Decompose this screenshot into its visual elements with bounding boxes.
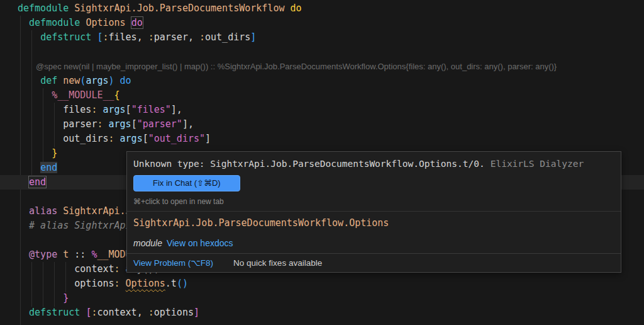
code-token: [18, 176, 29, 188]
code-line[interactable]: defstruct [:files, :parser, :out_dirs]: [0, 30, 644, 45]
code-token: :: [148, 31, 154, 43]
code-token: [18, 220, 29, 231]
code-token: def: [40, 75, 63, 86]
code-line[interactable]: %__MODULE__{: [0, 88, 644, 103]
code-token: .t: [165, 278, 177, 289]
code-token: ],: [171, 104, 182, 115]
code-token: defstruct: [40, 31, 97, 43]
code-token: defmodule: [18, 3, 74, 14]
code-token: args: [103, 104, 125, 115]
code-token: @spec new(nil | maybe_improper_list() | …: [36, 62, 557, 71]
code-line[interactable]: parser: args["parser"],: [0, 117, 644, 132]
code-token: }: [52, 147, 57, 159]
code-token: [18, 162, 40, 173]
code-token: (): [177, 278, 188, 289]
code-line[interactable]: defstruct [:context, :options]: [0, 305, 644, 320]
code-token: do: [290, 3, 301, 14]
code-token: [18, 133, 63, 144]
code-token: [18, 263, 74, 275]
code-token: [18, 104, 63, 115]
code-token: [18, 307, 29, 318]
code-token: :: [91, 104, 103, 115]
code-line[interactable]: out_dirs: args["out_dirs"]: [0, 132, 644, 146]
code-line[interactable]: }: [0, 291, 644, 305]
code-editor[interactable]: defmodule SightxrApi.Job.ParseDocumentsW…: [0, 0, 644, 325]
code-token: :: [103, 31, 108, 43]
code-token: :: [148, 307, 154, 318]
code-line[interactable]: defmodule Options do: [0, 16, 644, 30]
code-token: files: [63, 104, 91, 115]
code-token: :: [114, 263, 126, 275]
code-token: ]: [250, 31, 256, 43]
code-token[interactable]: Options: [126, 278, 165, 289]
view-problem-link[interactable]: View Problem (⌥F8): [133, 258, 213, 268]
code-token: [18, 292, 63, 304]
code-token: [18, 75, 40, 86]
code-token: alias: [29, 205, 63, 217]
code-token: options: [74, 278, 114, 289]
code-token: [114, 75, 120, 86]
code-token: [18, 205, 29, 217]
code-line[interactable]: def new(args) do: [0, 74, 644, 88]
code-token: args: [86, 75, 108, 86]
code-token: [18, 118, 63, 130]
code-token: parser: [154, 31, 188, 43]
code-token: defstruct: [29, 307, 86, 318]
code-token: ]: [205, 133, 211, 144]
code-token: ): [109, 75, 114, 86]
code-token: Options: [86, 17, 131, 28]
code-token: out_dirs: [205, 31, 250, 43]
code-token: [18, 89, 52, 101]
code-token: args: [120, 133, 143, 144]
code-token: @type: [29, 249, 63, 260]
code-token: context: [97, 307, 136, 318]
code-token: args: [109, 118, 131, 130]
code-token: %__MODULE__: [52, 89, 114, 101]
code-token: "out_dirs": [148, 133, 205, 144]
code-token: do: [120, 75, 131, 86]
code-token: :: [109, 133, 120, 144]
code-line[interactable]: options: Options.t(): [0, 277, 644, 291]
code-token: t: [63, 249, 74, 260]
code-token: "files": [131, 104, 171, 115]
symbol-name: SightxrApi.Job.ParseDocumentsWorkflow.Op…: [133, 217, 614, 229]
hover-diagnostic-section: Unknown type: SightxrApi.Job.ParseDocume…: [127, 152, 621, 212]
code-token: out_dirs: [63, 133, 108, 144]
code-token: }: [63, 292, 69, 304]
code-token: [18, 147, 52, 159]
code-token: {: [114, 89, 120, 101]
no-quick-fixes-label: No quick fixes available: [233, 258, 322, 268]
diagnostic-row: Unknown type: SightxrApi.Job.ParseDocume…: [133, 158, 614, 169]
diagnostic-source: ElixirLS Dialyzer: [491, 159, 584, 169]
code-token: end: [29, 176, 46, 188]
code-token: ],: [182, 118, 194, 130]
code-token: [18, 278, 74, 289]
hover-status-bar: View Problem (⌥F8) No quick fixes availa…: [127, 253, 621, 272]
fix-in-chat-button[interactable]: Fix in Chat (⇧⌘D): [133, 175, 240, 191]
code-token: new: [63, 75, 80, 86]
code-token: ::: [74, 249, 91, 260]
code-line[interactable]: [0, 45, 644, 59]
hexdocs-link[interactable]: View on hexdocs: [167, 238, 233, 248]
code-token: options: [154, 307, 194, 318]
code-token: "parser": [137, 118, 182, 130]
code-token: parser: [63, 118, 97, 130]
code-line[interactable]: files: args["files"],: [0, 103, 644, 117]
hover-symbol-section: SightxrApi.Job.ParseDocumentsWorkflow.Op…: [127, 212, 621, 253]
code-token: :: [114, 278, 126, 289]
code-token: [18, 31, 40, 43]
code-token: ,: [137, 307, 148, 318]
diagnostic-message: Unknown type: SightxrApi.Job.ParseDocume…: [133, 159, 485, 169]
code-token: [18, 249, 29, 260]
code-line[interactable]: defmodule SightxrApi.Job.ParseDocumentsW…: [0, 1, 644, 16]
code-token: defmodule: [29, 17, 86, 28]
code-token: end: [40, 162, 57, 173]
code-token: files: [109, 31, 137, 43]
code-token: [: [143, 133, 148, 144]
code-token: context: [74, 263, 114, 275]
symbol-kind-label: module: [133, 238, 162, 248]
code-token: ]: [194, 307, 199, 318]
code-line[interactable]: @spec new(nil | maybe_improper_list() | …: [0, 59, 644, 74]
hover-popup: Unknown type: SightxrApi.Job.ParseDocume…: [126, 151, 621, 273]
open-in-new-tab-hint: ⌘+click to open in new tab: [133, 197, 614, 206]
